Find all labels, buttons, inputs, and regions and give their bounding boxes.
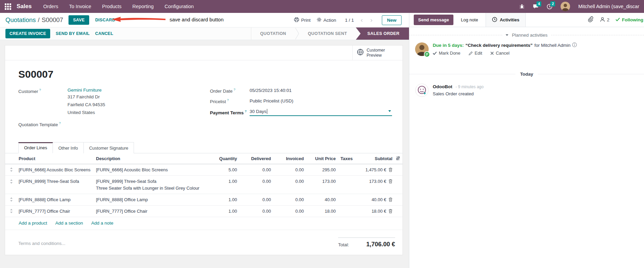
tab-order-lines[interactable]: Order Lines [18, 142, 53, 153]
apps-menu-icon[interactable] [5, 3, 11, 10]
col-subtotal[interactable]: Subtotal [365, 153, 394, 164]
drag-handle-icon[interactable] [5, 194, 19, 205]
new-button[interactable]: New [382, 15, 402, 25]
col-invoiced[interactable]: Invoiced [272, 153, 305, 164]
col-quantity[interactable]: Quantity [208, 153, 238, 164]
planned-activities-header[interactable]: Planned activities [409, 33, 644, 38]
message-author[interactable]: OdooBot [433, 84, 452, 89]
pricelist-field[interactable]: Public Pricelist (USD) [250, 98, 293, 103]
add-a-note-link[interactable]: Add a note [91, 221, 113, 226]
breadcrumb-quotations[interactable]: Quotations [5, 16, 36, 24]
cell-unit-price[interactable]: 40.00 [305, 194, 337, 205]
activities-tab[interactable]: Activities [486, 13, 526, 27]
cell-description[interactable]: [FURN_8888] Office Lamp [96, 194, 208, 205]
cell-product[interactable]: [FURN_6666] Acoustic Bloc Screens [19, 164, 96, 175]
cell-taxes[interactable] [337, 208, 365, 214]
order-date-field[interactable]: 05/25/2023 15:40:01 [250, 88, 292, 93]
drag-handle-icon[interactable] [5, 164, 19, 175]
cell-product[interactable]: [FURN_7777] Office Chair [19, 206, 96, 217]
optional-columns-icon[interactable] [394, 153, 403, 164]
cell-delivered[interactable]: 0.00 [238, 176, 272, 187]
drag-handle-icon[interactable] [5, 206, 19, 216]
col-unit-price[interactable]: Unit Price [305, 153, 337, 164]
cell-taxes[interactable] [337, 176, 365, 182]
create-invoice-button[interactable]: CREATE INVOICE [5, 29, 50, 38]
col-delivered[interactable]: Delivered [238, 153, 272, 164]
cell-description[interactable]: [FURN_6666] Acoustic Bloc Screens [96, 164, 208, 175]
cell-invoiced[interactable]: 0.00 [272, 164, 305, 175]
cell-taxes[interactable] [337, 167, 365, 173]
cancel-order-button[interactable]: CANCEL [95, 31, 113, 36]
customer-preview-button[interactable]: Customer Preview [352, 45, 403, 60]
action-button[interactable]: Action [317, 17, 336, 23]
send-by-email-button[interactable]: SEND BY EMAIL [56, 31, 90, 36]
cancel-activity-button[interactable]: Cancel [490, 51, 509, 56]
cell-invoiced[interactable]: 0.00 [272, 206, 305, 217]
step-quotation[interactable]: QUOTATION [251, 27, 295, 40]
cell-description[interactable]: [FURN_7777] Office Chair [96, 206, 208, 217]
cell-unit-price[interactable]: 173.00 [305, 176, 337, 187]
cell-delivered[interactable]: 0.00 [238, 194, 272, 205]
tab-other-info[interactable]: Other Info [53, 142, 84, 153]
dropdown-caret-icon[interactable] [388, 110, 391, 112]
payment-terms-input[interactable]: 30 Days [250, 108, 392, 116]
cell-taxes[interactable] [337, 196, 365, 203]
cell-quantity[interactable]: 5.00 [208, 164, 238, 175]
col-product[interactable]: Product [19, 153, 96, 164]
step-quotation-sent[interactable]: QUOTATION SENT [299, 27, 356, 40]
log-note-button[interactable]: Log note [461, 17, 478, 22]
tab-customer-signature[interactable]: Customer Signature [84, 142, 134, 153]
save-button[interactable]: SAVE [69, 15, 89, 25]
add-a-product-link[interactable]: Add a product [19, 221, 47, 226]
send-message-button[interactable]: Send message [414, 15, 453, 25]
add-a-section-link[interactable]: Add a section [55, 221, 83, 226]
cell-unit-price[interactable]: 295.00 [305, 164, 337, 175]
mark-done-button[interactable]: Mark Done [433, 51, 461, 56]
debug-bug-icon[interactable] [519, 4, 525, 9]
table-row[interactable]: [FURN_8888] Office Lamp [FURN_8888] Offi… [5, 194, 403, 206]
user-menu[interactable]: Mitchell Admin (save_discar [578, 4, 639, 9]
cell-quantity[interactable]: 1.00 [208, 206, 238, 217]
followers-button[interactable]: 2 [600, 17, 609, 23]
cell-product[interactable]: [FURN_8999] Three-Seat Sofa [19, 176, 96, 187]
step-sales-order[interactable]: SALES ORDER [356, 27, 409, 40]
delete-row-icon[interactable] [389, 209, 392, 213]
pager-previous-button[interactable]: ‹ [360, 16, 364, 24]
cell-product[interactable]: [FURN_8888] Office Lamp [19, 194, 96, 205]
delete-row-icon[interactable] [389, 197, 392, 202]
print-button[interactable]: Print [294, 17, 311, 23]
delete-row-icon[interactable] [389, 179, 392, 184]
following-button[interactable]: Following [616, 17, 643, 22]
activity-assignee: for Mitchell Admin [534, 43, 571, 48]
drag-handle-icon[interactable] [5, 176, 19, 187]
edit-activity-button[interactable]: Edit [469, 51, 482, 56]
attachments-button[interactable] [588, 16, 594, 24]
cell-invoiced[interactable]: 0.00 [272, 176, 305, 187]
cell-unit-price[interactable]: 18.00 [305, 206, 337, 217]
menu-reporting[interactable]: Reporting [132, 4, 154, 9]
cell-quantity[interactable]: 1.00 [208, 176, 238, 187]
cell-delivered[interactable]: 0.00 [238, 206, 272, 217]
col-taxes[interactable]: Taxes [337, 153, 365, 164]
menu-to-invoice[interactable]: To Invoice [69, 4, 91, 9]
delete-row-icon[interactable] [389, 168, 392, 172]
col-description[interactable]: Description [96, 153, 208, 164]
cell-invoiced[interactable]: 0.00 [272, 194, 305, 205]
cell-description[interactable]: [FURN_8999] Three-Seat SofaThree Seater … [96, 176, 208, 194]
menu-configuration[interactable]: Configuration [164, 4, 194, 9]
menu-products[interactable]: Products [102, 4, 121, 9]
messages-icon[interactable]: 4 [533, 4, 539, 9]
table-row[interactable]: [FURN_6666] Acoustic Bloc Screens [FURN_… [5, 164, 403, 176]
cell-quantity[interactable]: 1.00 [208, 194, 238, 205]
activities-clock-icon[interactable]: 2 [547, 4, 552, 9]
info-icon[interactable] [572, 42, 577, 48]
customer-link[interactable]: Gemini Furniture [67, 88, 105, 93]
terms-and-conditions-field[interactable]: Terms and conditions... [18, 241, 65, 246]
table-row[interactable]: [FURN_7777] Office Chair [FURN_7777] Off… [5, 206, 403, 217]
app-title[interactable]: Sales [17, 3, 32, 10]
user-avatar[interactable] [561, 2, 570, 11]
pager-next-button[interactable]: › [370, 16, 373, 24]
table-row[interactable]: [FURN_8999] Three-Seat Sofa [FURN_8999] … [5, 176, 403, 194]
cell-delivered[interactable]: 0.00 [238, 164, 272, 175]
menu-orders[interactable]: Orders [43, 4, 58, 9]
